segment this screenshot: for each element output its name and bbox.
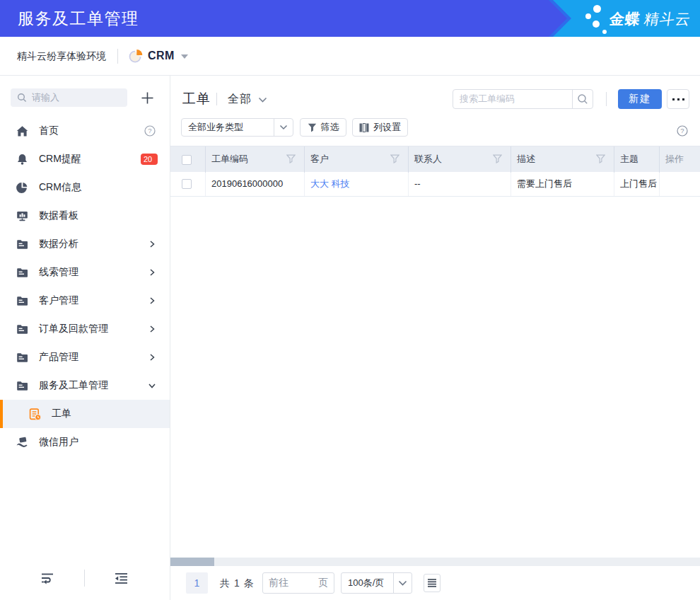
column-filter-icon[interactable] [286, 154, 296, 163]
column-filter-icon[interactable] [596, 154, 605, 163]
column-header-label: 操作 [665, 154, 684, 164]
collapse-sidebar-button[interactable] [105, 562, 137, 594]
horizontal-scrollbar[interactable] [170, 558, 700, 566]
divider [606, 92, 607, 106]
list-title: 工单 [182, 89, 211, 109]
column-settings-label: 列设置 [373, 121, 401, 134]
logo-dot [593, 5, 601, 13]
view-scope-dropdown[interactable]: 全部 [228, 89, 267, 109]
cell-contact: -- [409, 172, 511, 196]
sidebar-item-data-analysis[interactable]: 数据分析 [0, 230, 170, 258]
view-scope-label: 全部 [228, 89, 252, 109]
sidebar-item-home[interactable]: 首页 ? [0, 117, 170, 145]
sidebar-item-label: 工单 [52, 408, 71, 420]
sidebar-item-label: 线索管理 [39, 266, 78, 279]
top-bar: 金蝶精斗云 服务及工单管理 [0, 0, 700, 37]
column-header-label: 联系人 [414, 154, 442, 164]
sidebar-item-label: 订单及回款管理 [39, 323, 108, 335]
page-number-button[interactable]: 1 [186, 572, 208, 594]
business-type-value: 全部业务类型 [182, 121, 274, 134]
chevron-right-icon [148, 241, 156, 248]
sidebar-item-label: 首页 [39, 125, 59, 137]
divider [117, 49, 118, 64]
brand-logo-bold: 金蝶 [608, 11, 641, 27]
sidebar-item-label: 产品管理 [39, 351, 78, 364]
filter-button[interactable]: 筛选 [300, 118, 346, 137]
workorder-ticket-icon [29, 408, 41, 420]
sidebar-item-wechat-users[interactable]: 微信用户 [0, 428, 170, 456]
chevron-right-icon [148, 325, 156, 333]
sidebar-item-leads[interactable]: 线索管理 [0, 258, 170, 287]
indent-collapse-icon [115, 572, 128, 584]
search-button[interactable] [572, 90, 593, 108]
sidebar-item-service-workorders[interactable]: 服务及工单管理 [0, 371, 170, 400]
select-all-cell [170, 146, 206, 173]
sidebar-item-label: 客户管理 [39, 294, 78, 307]
sidebar-item-dashboard[interactable]: 数据看板 [0, 202, 170, 230]
column-header-description[interactable]: 描述 [511, 146, 614, 173]
table-header-row: 工单编码 客户 联系人 描述 主题 操作 [170, 146, 700, 172]
search-icon [577, 93, 588, 105]
list-view-button[interactable] [424, 574, 441, 592]
wrap-arrow-icon [40, 572, 54, 585]
sidebar-item-customers[interactable]: 客户管理 [0, 287, 170, 315]
sidebar: 请输入 首页 ? CRM提醒 20 CRM信息 [0, 76, 170, 600]
workorder-search-input[interactable]: 搜索工单编码 [453, 90, 572, 108]
recent-pages-button[interactable] [31, 562, 64, 594]
funnel-icon [308, 123, 317, 132]
logo-dot [585, 13, 591, 19]
chevron-down-icon [394, 580, 412, 587]
column-header-label: 工单编码 [211, 154, 248, 164]
help-circle-icon[interactable]: ? [144, 125, 156, 137]
folder-icon [16, 267, 28, 279]
table-row[interactable]: 20190616000000 大大 科技 -- 需要上门售后 上门售后 [170, 172, 700, 197]
create-button[interactable]: 新建 [618, 89, 662, 109]
goto-suffix-label: 页 [318, 577, 334, 589]
column-header-customer[interactable]: 客户 [305, 146, 409, 173]
sidebar-item-products[interactable]: 产品管理 [0, 343, 170, 371]
folder-icon [16, 380, 28, 392]
scrollbar-thumb[interactable] [170, 558, 214, 566]
workorder-search: 搜索工单编码 [453, 89, 593, 109]
row-checkbox[interactable] [182, 179, 192, 189]
column-header-contact[interactable]: 联系人 [409, 146, 511, 173]
column-settings-button[interactable]: 列设置 [352, 118, 408, 137]
help-circle-icon[interactable]: ? [677, 125, 688, 137]
sidebar-search-input[interactable]: 请输入 [11, 88, 127, 107]
column-header-action: 操作 [660, 146, 700, 173]
app-switcher[interactable]: CRM [148, 37, 175, 75]
sidebar-item-orders[interactable]: 订单及回款管理 [0, 315, 170, 343]
sidebar-menu: 首页 ? CRM提醒 20 CRM信息 数据看板 [0, 117, 170, 456]
select-all-checkbox[interactable] [182, 155, 192, 165]
sidebar-footer-tools [0, 562, 170, 594]
column-header-subject[interactable]: 主题 [614, 146, 660, 173]
sidebar-add-button[interactable] [136, 88, 158, 108]
customer-link[interactable]: 大大 科技 [310, 178, 350, 189]
cell-customer: 大大 科技 [305, 172, 409, 196]
sidebar-item-crm-reminder[interactable]: CRM提醒 20 [0, 145, 170, 173]
column-filter-icon[interactable] [390, 154, 399, 163]
sidebar-item-label: 微信用户 [39, 436, 78, 449]
column-filter-icon[interactable] [493, 154, 502, 163]
folder-icon [16, 352, 28, 364]
svg-text:?: ? [680, 127, 684, 134]
sidebar-item-workorder[interactable]: 工单 [0, 400, 170, 428]
sidebar-item-crm-info[interactable]: CRM信息 [0, 173, 170, 202]
brand-logo: 金蝶精斗云 [607, 0, 693, 37]
page-size-value: 100条/页 [342, 577, 393, 589]
column-header-code[interactable]: 工单编码 [206, 146, 305, 173]
workorder-table: 工单编码 客户 联系人 描述 主题 操作 [170, 146, 700, 197]
cell-code: 20190616000000 [206, 172, 305, 196]
more-actions-button[interactable] [667, 89, 689, 109]
business-type-select[interactable]: 全部业务类型 [181, 118, 293, 137]
divider [216, 93, 217, 105]
cell-action [660, 172, 700, 196]
goto-page-input[interactable]: 前往 页 [262, 572, 334, 594]
column-header-label: 客户 [310, 154, 329, 164]
main-content: 工单 全部 搜索工单编码 新建 全部业务类型 筛选 [170, 76, 700, 600]
page-size-select[interactable]: 100条/页 [341, 572, 412, 594]
list-toolbar: 工单 全部 搜索工单编码 新建 [170, 89, 700, 109]
pagination-bar: 1 共 1 条 前往 页 100条/页 [170, 572, 700, 594]
columns-icon [359, 123, 369, 132]
app-caret-down-icon[interactable] [181, 54, 188, 59]
